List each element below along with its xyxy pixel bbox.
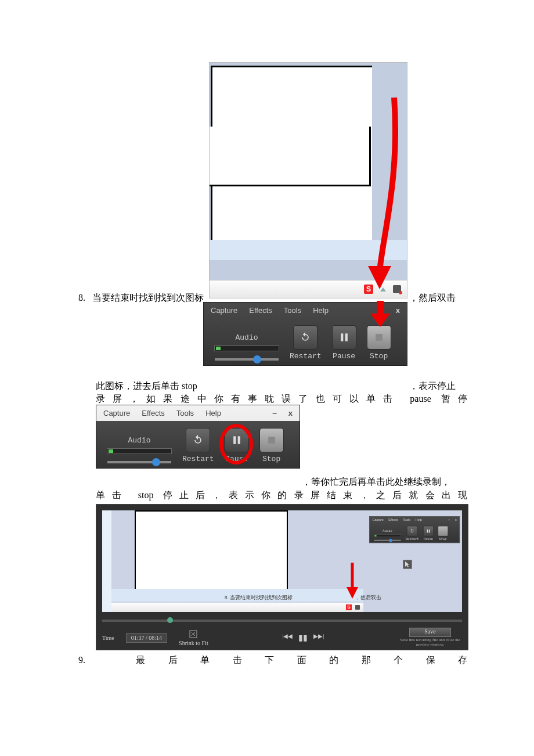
- mini-menu-tools: Tools: [403, 518, 410, 521]
- stop-control-2: Stop: [259, 428, 284, 463]
- document-page: S 8. 当要结束时找到找到次图标 ，然后双击 Capture Effects …: [0, 0, 534, 756]
- scrub-bar: [102, 620, 462, 622]
- step-9-number: 9.: [78, 655, 85, 665]
- playpause-icon: ▮▮: [298, 633, 308, 643]
- mini-audio: Audio: [374, 530, 401, 541]
- step-8-text-g: 单击 stop 停止后，表示你的录屏结束，之后就会出现: [96, 488, 467, 503]
- svg-rect-0: [341, 333, 343, 341]
- stop-label-2: Stop: [262, 455, 280, 463]
- save-block: Save Save this recording file and close …: [398, 628, 462, 647]
- inner-taskbar: S: [111, 603, 363, 612]
- tray-white-area-2: [210, 127, 371, 186]
- inner-red-arrow-icon: [344, 563, 361, 603]
- restart-label-2: Restart: [182, 455, 214, 463]
- mini-stop: [438, 526, 448, 537]
- mini-restart-label: Restart: [406, 537, 419, 541]
- audio-label: Audio: [235, 333, 258, 342]
- minimize-icon: ‒: [380, 306, 384, 315]
- mini-menu-help: Help: [415, 518, 421, 521]
- restart-button-2: [186, 428, 210, 452]
- restart-control-2: Restart: [182, 428, 214, 463]
- stop-button-2: [259, 428, 284, 452]
- audio-slider-2: [107, 461, 171, 463]
- audio-block-2: Audio: [107, 436, 172, 463]
- toolbar-section-2: Audio Restart Pause Stop: [96, 421, 300, 468]
- audio-meter: [214, 345, 279, 351]
- shrink-label: Shrink to Fit: [179, 640, 208, 646]
- mini-restart: [407, 526, 417, 537]
- save-tooltip: Save this recording file and close the p…: [398, 638, 462, 647]
- menubar-light: Capture Effects Tools Help ‒ x: [96, 405, 300, 421]
- playback-controls: |◀◀ ▮▮ ▶▶|: [220, 633, 387, 643]
- menu-help-2: Help: [205, 409, 221, 417]
- inner-rec-icon: [355, 605, 360, 610]
- mini-toolbar-overlay: Capture Effects Tools Help ‒x Audio Rest…: [369, 516, 459, 554]
- pause-button-2: [225, 428, 249, 452]
- svg-rect-8: [429, 530, 430, 533]
- menu-capture-2: Capture: [103, 409, 130, 417]
- screenshot-toolbar-pause: Capture Effects Tools Help ‒ x Audio Res…: [96, 405, 300, 469]
- audio-slider: [215, 358, 279, 361]
- tray-light-stripe: [210, 240, 407, 260]
- step-8-number: 8.: [78, 293, 85, 303]
- close-icon: x: [396, 306, 400, 315]
- audio-label-2: Audio: [128, 436, 150, 445]
- prev-icon: |◀◀: [282, 633, 293, 643]
- menu-capture: Capture: [211, 306, 237, 315]
- stop-label: Stop: [370, 352, 388, 361]
- mini-meter: [374, 535, 401, 537]
- pause-button: [332, 325, 356, 350]
- screenshot-system-tray: S: [209, 62, 407, 298]
- pause-label-2: Pause: [225, 455, 248, 463]
- minimize-icon-2: ‒: [272, 409, 277, 417]
- menu-effects-2: Effects: [142, 409, 165, 417]
- save-button: Save: [409, 628, 451, 637]
- shrink-icon: [189, 629, 198, 639]
- step-8-text-b: ，然后双击: [409, 290, 456, 305]
- mini-stop-label: Stop: [439, 537, 447, 541]
- toolbar-section: Audio Restart Pause Stop: [204, 318, 407, 365]
- svg-rect-7: [427, 530, 428, 533]
- inner-caption: 8. 当要结束时找到找到次图标: [225, 594, 293, 602]
- svg-rect-1: [345, 333, 347, 341]
- restart-control: Restart: [290, 325, 322, 361]
- svg-rect-6: [268, 437, 275, 444]
- cursor-icon: [403, 560, 412, 569]
- inner-s-icon: S: [346, 604, 352, 610]
- audio-block: Audio: [214, 333, 279, 361]
- shrink-block: Shrink to Fit: [179, 629, 208, 646]
- menu-help: Help: [313, 306, 329, 315]
- mini-min: ‒: [448, 518, 450, 521]
- mini-menu-effects: Effects: [388, 518, 398, 521]
- scrub-pos: [167, 617, 173, 623]
- step-8-text-e: 录屏，如果途中你有事耽误了也可以单击 pause 暂停: [96, 391, 467, 406]
- audio-meter-2: [107, 448, 172, 454]
- restart-label: Restart: [290, 352, 322, 361]
- stop-control: Stop: [367, 325, 391, 361]
- pause-control-2: Pause: [225, 428, 249, 463]
- screenshot-preview-player: S 8. 当要结束时找到找到次图标 ，然后双击 Capture Effects …: [96, 504, 468, 650]
- mini-slider: [374, 540, 400, 541]
- close-icon-2: x: [288, 409, 293, 417]
- time-value: 01:37 / 08:14: [126, 633, 167, 643]
- time-label: Time: [102, 635, 114, 641]
- step-9-line: 9. 最后单击下面的那个保存: [78, 653, 467, 668]
- next-icon: ▶▶|: [313, 633, 324, 643]
- restart-button: [293, 325, 317, 350]
- mini-close: x: [455, 518, 457, 521]
- ruler: [102, 510, 111, 612]
- pause-control: Pause: [332, 325, 356, 361]
- inner-doc: [135, 510, 288, 597]
- stop-button: [367, 325, 391, 350]
- mini-menu-capture: Capture: [372, 518, 383, 521]
- menu-effects: Effects: [249, 306, 272, 315]
- mini-audio-label: Audio: [383, 530, 392, 533]
- mini-section: Audio Restart Pause Stop: [369, 523, 459, 543]
- player-bottom-bar: Time 01:37 / 08:14 Shrink to Fit |◀◀ ▮▮ …: [96, 625, 468, 650]
- svg-rect-5: [237, 436, 240, 444]
- mini-menubar: Capture Effects Tools Help ‒x: [369, 516, 459, 523]
- screenshot-toolbar-stop: Capture Effects Tools Help ‒ x Audio Res…: [203, 302, 407, 366]
- menu-tools: Tools: [284, 306, 301, 315]
- step-8-text-f: ，等你忙完后再单击此处继续录制，: [302, 474, 450, 489]
- svg-rect-2: [376, 334, 383, 341]
